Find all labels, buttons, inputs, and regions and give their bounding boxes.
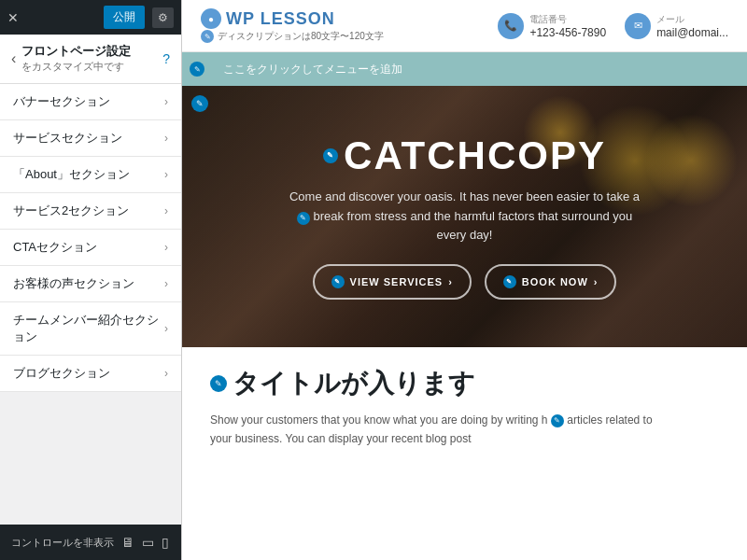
menu-item-7[interactable]: ブログセクション› — [0, 356, 181, 392]
sidebar-header-left: ‹ フロントページ設定 をカスタマイズ中です — [11, 44, 131, 74]
menu-item-chevron-5: › — [164, 277, 168, 290]
site-header: ● WP LESSON ✎ ディスクリプションは80文字〜120文字 📞 電話番… — [182, 0, 747, 52]
menu-item-chevron-3: › — [164, 204, 168, 217]
email-label: メール — [656, 13, 728, 26]
menu-item-0[interactable]: バナーセクション› — [0, 84, 181, 120]
book-now-icon: ✎ — [503, 275, 516, 288]
book-now-button[interactable]: ✎ BOOK NOW › — [485, 264, 617, 300]
settings-button[interactable]: ⚙ — [152, 7, 174, 28]
monitor-icon[interactable]: 🖥 — [121, 535, 134, 550]
phone-value: +123-456-7890 — [529, 26, 606, 39]
menu-item-label-6: チームメンバー紹介セクション — [13, 312, 164, 345]
site-nav[interactable]: ✎ ここをクリックしてメニューを追加 — [182, 52, 747, 86]
hero-buttons: ✎ VIEW SERVICES › ✎ BOOK NOW › — [313, 264, 617, 300]
menu-item-label-7: ブログセクション — [13, 365, 110, 382]
main-content: ● WP LESSON ✎ ディスクリプションは80文字〜120文字 📞 電話番… — [182, 0, 747, 560]
sidebar: ✕ 公開 ⚙ ‹ フロントページ設定 をカスタマイズ中です ? バナーセクション… — [0, 0, 182, 560]
email-icon: ✉ — [625, 13, 651, 39]
nav-edit-icon[interactable]: ✎ — [190, 62, 204, 77]
menu-item-chevron-4: › — [164, 241, 168, 254]
hero-title-edit-icon[interactable]: ✎ — [323, 148, 338, 163]
logo-text: WP LESSON — [226, 9, 335, 29]
hero-edit-icon[interactable]: ✎ — [191, 95, 208, 112]
help-icon[interactable]: ? — [162, 51, 170, 66]
menu-item-2[interactable]: 「About」セクション› — [0, 157, 181, 193]
sidebar-title: フロントページ設定 — [21, 44, 131, 60]
below-hero-section: ✎ タイトルが入ります Show your customers that you… — [182, 347, 747, 468]
hide-controls-text: コントロールを非表示 — [11, 536, 114, 550]
hero-description: Come and discover your oasis. It has nev… — [289, 188, 640, 245]
phone-contact: 📞 電話番号 +123-456-7890 — [498, 13, 606, 39]
hero-title: ✎ CATCHCOPY — [323, 133, 606, 178]
chevron-right-icon2: › — [594, 276, 599, 287]
menu-item-4[interactable]: CTAセクション› — [0, 230, 181, 266]
hero-desc-edit-icon[interactable]: ✎ — [297, 212, 310, 225]
logo-desc-edit-icon[interactable]: ✎ — [201, 30, 214, 43]
email-contact: ✉ メール mail@domai... — [625, 13, 728, 39]
section-title-edit-icon[interactable]: ✎ — [210, 375, 227, 392]
site-logo: ● WP LESSON ✎ ディスクリプションは80文字〜120文字 — [201, 8, 384, 43]
sidebar-header: ‹ フロントページ設定 をカスタマイズ中です ? — [0, 35, 181, 84]
menu-item-chevron-2: › — [164, 168, 168, 181]
logo-description: ✎ ディスクリプションは80文字〜120文字 — [201, 30, 384, 43]
mobile-icon[interactable]: ▯ — [162, 535, 169, 550]
hero-section: ✎ ✎ CATCHCOPY Come and discover your oas… — [182, 86, 747, 347]
menu-item-label-5: お客様の声セクション — [13, 275, 134, 292]
phone-label: 電話番号 — [529, 13, 606, 26]
logo-icon: ● — [201, 8, 221, 29]
email-value: mail@domai... — [656, 26, 728, 39]
section-body: Show your customers that you know what y… — [210, 411, 677, 449]
chevron-right-icon: › — [448, 276, 453, 287]
header-contact: 📞 電話番号 +123-456-7890 ✉ メール mail@domai... — [498, 13, 728, 39]
sidebar-menu: バナーセクション›サービスセクション›「About」セクション›サービス2セクシ… — [0, 84, 181, 525]
view-services-icon: ✎ — [331, 275, 345, 288]
view-services-button[interactable]: ✎ VIEW SERVICES › — [313, 264, 472, 300]
menu-item-label-3: サービス2セクション — [13, 203, 129, 219]
menu-item-5[interactable]: お客様の声セクション› — [0, 266, 181, 302]
menu-item-chevron-7: › — [164, 367, 168, 380]
menu-item-3[interactable]: サービス2セクション› — [0, 193, 181, 230]
menu-item-6[interactable]: チームメンバー紹介セクション› — [0, 302, 181, 356]
close-button[interactable]: ✕ — [7, 11, 19, 24]
section-title-area: ✎ タイトルが入ります — [210, 366, 719, 401]
sidebar-subtitle: をカスタマイズ中です — [21, 60, 131, 74]
menu-item-label-1: サービスセクション — [13, 130, 122, 147]
menu-item-label-4: CTAセクション — [13, 239, 97, 256]
menu-item-chevron-1: › — [164, 132, 168, 145]
sidebar-top-bar: ✕ 公開 ⚙ — [0, 0, 181, 35]
section-body-edit-icon[interactable]: ✎ — [551, 414, 564, 427]
menu-item-chevron-0: › — [164, 95, 168, 108]
back-arrow-icon[interactable]: ‹ — [11, 50, 16, 67]
tablet-icon[interactable]: ▭ — [142, 535, 154, 550]
publish-button[interactable]: 公開 — [104, 6, 145, 29]
phone-icon: 📞 — [498, 13, 524, 39]
menu-item-label-2: 「About」セクション — [13, 166, 130, 183]
nav-add-menu-text: ここをクリックしてメニューを追加 — [223, 62, 402, 77]
menu-item-chevron-6: › — [164, 322, 168, 335]
section-title: タイトルが入ります — [233, 366, 475, 401]
menu-item-1[interactable]: サービスセクション› — [0, 120, 181, 157]
sidebar-bottom: コントロールを非表示 🖥 ▭ ▯ — [0, 525, 181, 560]
menu-item-label-0: バナーセクション — [13, 93, 110, 110]
